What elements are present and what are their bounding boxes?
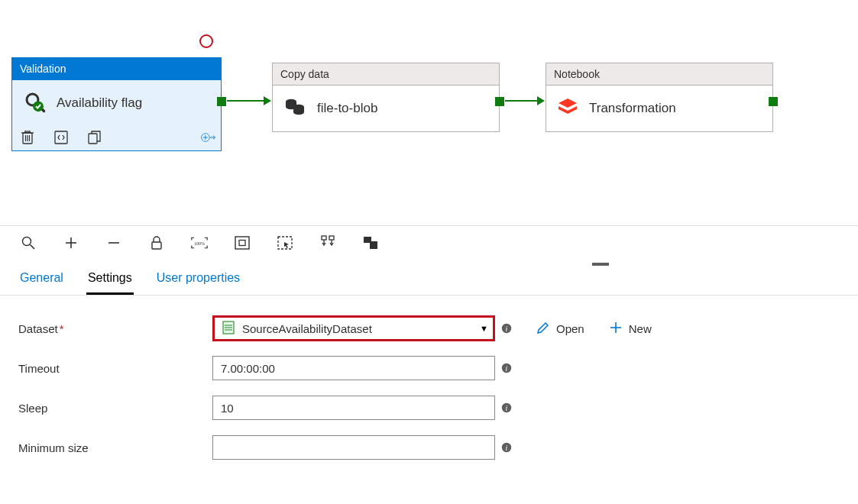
copy-data-icon [283,97,306,120]
svg-point-17 [23,237,31,245]
tab-user-properties[interactable]: User properties [155,268,241,295]
svg-text:i: i [506,364,508,373]
pipeline-canvas[interactable]: Validation Availability flag [0,0,858,225]
activity-notebook-name: Transformation [589,101,676,116]
arrow-head-1 [264,96,271,105]
tab-settings[interactable]: Settings [86,268,134,295]
panel-resize-handle[interactable] [592,263,609,266]
svg-rect-10 [89,134,97,144]
minsize-input[interactable] [212,435,495,460]
minsize-info-icon[interactable]: i [501,442,512,453]
view-code-button[interactable] [53,129,69,146]
minimap-icon[interactable] [362,234,379,251]
dataset-label: Dataset* [18,322,212,335]
sleep-info-icon[interactable]: i [501,402,512,413]
svg-rect-24 [235,237,249,249]
validation-success-connector[interactable] [217,97,226,106]
open-dataset-button[interactable]: Open [536,321,584,337]
settings-pane: Dataset* SourceAvailabilityDataset ▼ i O… [0,296,858,482]
activity-notebook-header: Notebook [546,63,772,86]
zoom-100-icon[interactable]: 100% [191,234,208,251]
timeout-input[interactable] [212,356,495,380]
activity-validation-header: Validation [12,58,221,80]
svg-text:i: i [506,404,508,412]
svg-rect-30 [370,241,377,249]
dataset-type-icon [222,321,235,337]
arrow-copy-to-notebook [505,100,537,102]
new-dataset-button[interactable]: New [609,321,652,337]
svg-text:i: i [506,444,508,452]
activity-validation[interactable]: Validation Availability flag [11,57,222,151]
svg-rect-25 [239,240,245,245]
svg-rect-9 [55,131,67,144]
notebook-success-connector[interactable] [769,97,778,106]
zoom-search-icon[interactable] [20,234,37,251]
timeout-label: Timeout [18,362,212,375]
activity-copy-header: Copy data [273,63,499,86]
delete-activity-button[interactable] [20,129,35,146]
canvas-toolbar: 100% [0,225,858,260]
sleep-input[interactable] [212,396,495,420]
activity-copy-data[interactable]: Copy data file-to-blob [272,63,500,132]
dataset-dropdown[interactable]: SourceAvailabilityDataset ▼ [212,315,495,341]
svg-text:100%: 100% [194,241,205,245]
lock-icon[interactable] [148,234,165,251]
activity-notebook[interactable]: Notebook Transformation [546,63,773,132]
add-output-button[interactable] [201,129,216,146]
arrow-head-2 [537,96,545,105]
properties-tabs: General Settings User properties [0,260,858,296]
sleep-label: Sleep [18,402,212,415]
zoom-in-icon[interactable] [63,234,79,251]
activity-copy-name: file-to-blob [317,101,377,116]
svg-rect-27 [322,236,326,240]
timeout-info-icon[interactable]: i [501,363,512,373]
copy-success-connector[interactable] [495,97,504,106]
select-mode-icon[interactable] [277,234,293,251]
activity-validation-name: Availability flag [57,95,142,111]
svg-line-18 [31,244,35,249]
svg-text:i: i [506,325,508,333]
minsize-label: Minimum size [18,441,212,454]
dataset-info-icon[interactable]: i [501,323,512,334]
chevron-down-icon: ▼ [480,324,488,333]
validation-warning-indicator [199,34,213,48]
svg-rect-22 [152,242,161,249]
arrow-validation-to-copy [227,100,264,102]
svg-rect-28 [329,236,334,240]
tab-general[interactable]: General [18,268,65,295]
auto-align-icon[interactable] [319,234,336,251]
zoom-out-icon[interactable] [105,234,122,251]
validation-icon [23,90,46,116]
svg-rect-8 [25,131,30,132]
plus-icon [609,321,623,337]
databricks-icon [557,97,578,120]
pencil-icon [536,321,550,337]
clone-activity-button[interactable] [87,129,102,146]
dataset-value: SourceAvailabilityDataset [242,322,480,335]
zoom-fit-icon[interactable] [234,234,251,251]
